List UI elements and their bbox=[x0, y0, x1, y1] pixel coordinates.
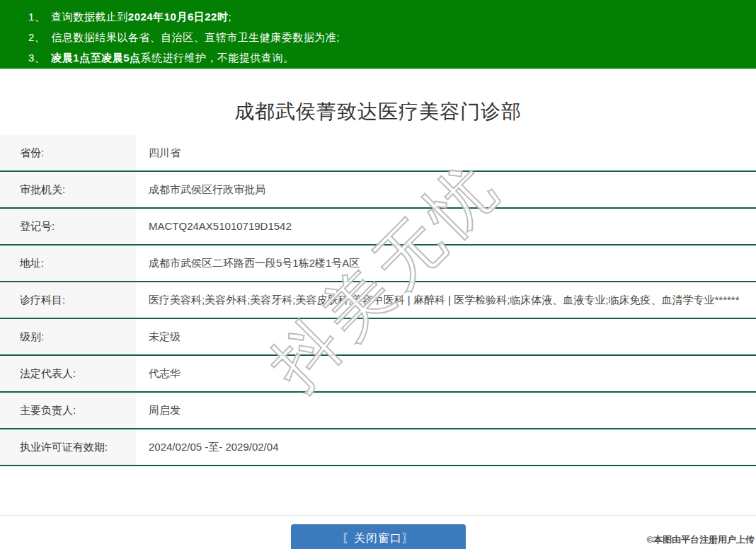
row-label: 省份: bbox=[0, 135, 136, 171]
footer-bar: 〖关闭窗口〗 bbox=[0, 515, 756, 549]
close-window-button[interactable]: 〖关闭窗口〗 bbox=[291, 524, 466, 549]
table-row-address: 地址: 成都市武侯区二环路西一段5号1栋2楼1号A区 bbox=[0, 245, 756, 282]
table-row-legal-representative: 法定代表人: 代志华 bbox=[0, 356, 756, 393]
table-row-registration-number: 登记号: MACTQ24AX51010719D1542 bbox=[0, 209, 756, 245]
table-row-main-person-in-charge: 主要负责人: 周启发 bbox=[0, 393, 756, 429]
notice-bold-text: 2024年10月6日22时 bbox=[128, 11, 229, 23]
row-label: 执业许可证有效期: bbox=[0, 429, 136, 465]
notice-line-3: 3、凌晨1点至凌晨5点系统进行维护，不能提供查询。 bbox=[28, 47, 756, 68]
notice-banner: 1、查询数据截止到2024年10月6日22时; 2、信息数据结果以各省、自治区、… bbox=[0, 0, 756, 69]
row-value: 四川省 bbox=[136, 135, 756, 171]
notice-text: 信息数据结果以各省、自治区、直辖市卫生健康委数据为准; bbox=[51, 31, 340, 43]
row-label: 级别: bbox=[0, 319, 136, 354]
row-value: 2024/02/05 -至- 2029/02/04 bbox=[136, 429, 756, 465]
notice-number: 1、 bbox=[28, 11, 45, 23]
row-label: 诊疗科目: bbox=[0, 282, 136, 318]
table-row-province: 省份: 四川省 bbox=[0, 135, 756, 172]
institution-info-table: 省份: 四川省 审批机关: 成都市武侯区行政审批局 登记号: MACTQ24AX… bbox=[0, 135, 756, 466]
copyright-watermark: ©本图由平台注册用户上传 bbox=[646, 533, 755, 546]
row-label: 登记号: bbox=[0, 209, 136, 244]
notice-number: 3、 bbox=[28, 52, 45, 64]
notice-line-1: 1、查询数据截止到2024年10月6日22时; bbox=[28, 6, 756, 27]
row-value: MACTQ24AX51010719D1542 bbox=[136, 209, 756, 244]
notice-line-2: 2、信息数据结果以各省、自治区、直辖市卫生健康委数据为准; bbox=[28, 27, 756, 47]
row-label: 主要负责人: bbox=[0, 393, 136, 428]
notice-text: ; bbox=[228, 11, 231, 23]
row-label: 法定代表人: bbox=[0, 356, 136, 391]
notice-bold-text: 凌晨1点至凌晨5点 bbox=[51, 52, 140, 64]
row-label: 审批机关: bbox=[0, 172, 136, 207]
row-value: 周启发 bbox=[136, 393, 756, 428]
row-value: 成都市武侯区行政审批局 bbox=[136, 172, 756, 207]
notice-text: 系统进行维护，不能提供查询。 bbox=[141, 52, 294, 64]
notice-number: 2、 bbox=[28, 31, 45, 43]
row-value: 成都市武侯区二环路西一段5号1栋2楼1号A区 bbox=[136, 245, 756, 281]
notice-text: 查询数据截止到 bbox=[51, 11, 128, 23]
table-row-medical-subjects: 诊疗科目: 医疗美容科;美容外科;美容牙科;美容皮肤科;美容中医科 | 麻醉科 … bbox=[0, 282, 756, 319]
table-row-level: 级别: 未定级 bbox=[0, 319, 756, 356]
row-value: 未定级 bbox=[136, 319, 756, 354]
row-label: 地址: bbox=[0, 245, 136, 281]
table-row-approval-authority: 审批机关: 成都市武侯区行政审批局 bbox=[0, 172, 756, 209]
row-value: 代志华 bbox=[136, 356, 756, 391]
table-row-license-validity: 执业许可证有效期: 2024/02/05 -至- 2029/02/04 bbox=[0, 429, 756, 466]
page-title: 成都武侯菁致达医疗美容门诊部 bbox=[0, 98, 756, 122]
row-value: 医疗美容科;美容外科;美容牙科;美容皮肤科;美容中医科 | 麻醉科 | 医学检验… bbox=[136, 282, 756, 318]
